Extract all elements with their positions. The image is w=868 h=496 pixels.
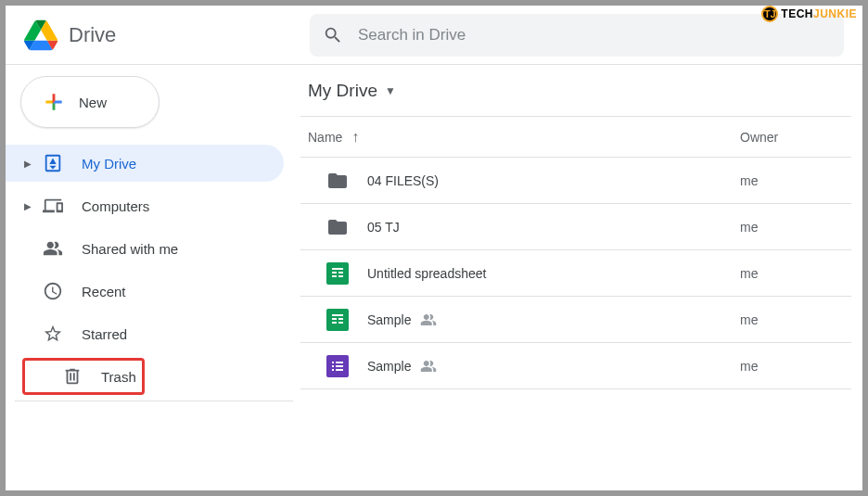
trash-icon bbox=[62, 366, 83, 387]
file-owner: me bbox=[740, 173, 851, 188]
svg-rect-1 bbox=[326, 309, 349, 331]
shared-badge-icon bbox=[420, 312, 437, 328]
nav-label: Trash bbox=[101, 369, 136, 385]
watermark: TJ TECHJUNKIE bbox=[761, 6, 857, 22]
file-row[interactable]: Sample me bbox=[300, 297, 851, 343]
search-input[interactable] bbox=[358, 26, 831, 45]
file-owner: me bbox=[740, 220, 851, 235]
nav-label: Computers bbox=[82, 198, 149, 214]
breadcrumb[interactable]: My Drive ▼ bbox=[300, 65, 851, 117]
logo-section[interactable]: Drive bbox=[17, 19, 310, 52]
plus-icon bbox=[42, 90, 66, 114]
watermark-logo: TJ bbox=[761, 6, 778, 22]
shared-badge-icon bbox=[420, 358, 437, 375]
file-name: Untitled spreadsheet bbox=[367, 266, 740, 281]
nav-shared[interactable]: Shared with me bbox=[6, 230, 284, 267]
folder-icon bbox=[326, 170, 349, 192]
nav-label: My Drive bbox=[82, 156, 136, 172]
new-button[interactable]: New bbox=[20, 76, 160, 128]
breadcrumb-title: My Drive bbox=[308, 81, 377, 101]
sort-arrow-icon: ↑ bbox=[351, 129, 359, 146]
search-icon bbox=[323, 25, 343, 45]
file-owner: me bbox=[740, 312, 851, 327]
file-name: Sample bbox=[367, 312, 740, 328]
main-content: My Drive ▼ Name ↑ Owner 04 FILES(S) me bbox=[293, 65, 862, 490]
nav-label: Shared with me bbox=[82, 241, 178, 257]
nav-recent[interactable]: Recent bbox=[6, 273, 284, 310]
new-label: New bbox=[79, 95, 107, 110]
nav-computers[interactable]: ▶ Computers bbox=[6, 187, 284, 224]
clock-icon bbox=[43, 281, 63, 301]
file-row[interactable]: Untitled spreadsheet me bbox=[300, 250, 851, 297]
shared-icon bbox=[43, 238, 63, 259]
file-row[interactable]: 04 FILES(S) me bbox=[300, 158, 851, 204]
nav: ▶ My Drive ▶ Computers bbox=[6, 145, 293, 395]
sheets-icon bbox=[326, 262, 349, 285]
star-icon bbox=[43, 324, 63, 344]
file-name: 05 TJ bbox=[367, 220, 740, 235]
svg-rect-0 bbox=[326, 262, 349, 285]
drive-logo-icon bbox=[24, 19, 57, 52]
folder-icon bbox=[326, 216, 349, 238]
sidebar: New ▶ My Drive ▶ Computers bbox=[6, 65, 293, 490]
caret-icon: ▶ bbox=[24, 159, 35, 169]
column-name[interactable]: Name ↑ bbox=[308, 129, 740, 146]
file-owner: me bbox=[740, 359, 851, 374]
chevron-down-icon: ▼ bbox=[385, 84, 396, 97]
forms-icon bbox=[326, 355, 349, 377]
file-row[interactable]: 05 TJ me bbox=[300, 204, 851, 250]
computers-icon bbox=[43, 196, 63, 216]
caret-icon: ▶ bbox=[24, 201, 35, 211]
nav-starred[interactable]: Starred bbox=[6, 315, 284, 352]
nav-my-drive[interactable]: ▶ My Drive bbox=[6, 145, 284, 182]
file-owner: me bbox=[740, 266, 851, 281]
list-header: Name ↑ Owner bbox=[300, 117, 851, 158]
column-owner[interactable]: Owner bbox=[740, 130, 851, 145]
nav-label: Starred bbox=[82, 326, 127, 342]
watermark-text: TECHJUNKIE bbox=[781, 7, 857, 20]
header: Drive bbox=[6, 6, 862, 65]
file-row[interactable]: Sample me bbox=[300, 343, 851, 389]
nav-label: Recent bbox=[82, 284, 126, 299]
file-name: 04 FILES(S) bbox=[367, 173, 740, 188]
file-name: Sample bbox=[367, 358, 740, 375]
drive-icon bbox=[43, 153, 63, 173]
app-title: Drive bbox=[69, 23, 116, 47]
sheets-icon bbox=[326, 309, 349, 331]
sidebar-divider bbox=[15, 401, 293, 401]
nav-trash[interactable]: Trash bbox=[22, 358, 145, 395]
